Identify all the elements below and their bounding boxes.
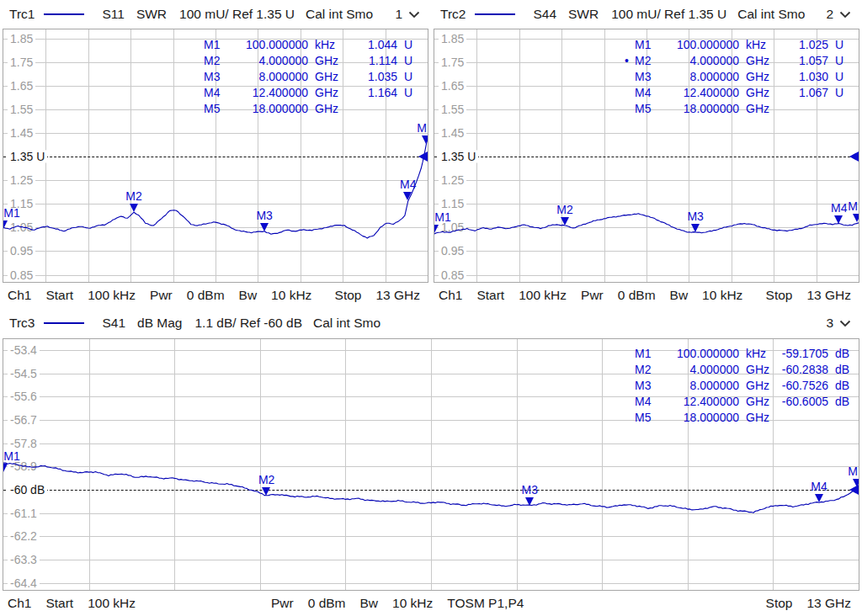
chevron-down-icon[interactable] [839,320,851,327]
footer-middle-group: Pwr0 dBmBw10 kHzTOSM P1,P4 [271,596,524,611]
marker-m4-label: M4 [400,178,416,191]
marker-table-cell: U [397,37,424,53]
marker-m1-triangle[interactable] [3,464,8,472]
marker-table-cell [625,378,635,394]
footer-token: Pwr [150,288,173,303]
marker-m1-triangle[interactable] [434,225,439,233]
marker-table-cell: U [828,69,855,85]
marker-m3-triangle[interactable] [260,223,269,231]
marker-table-cell: GHz [739,53,776,69]
marker-table-row: M518.000000GHz [625,410,855,426]
edge-marker-triangle[interactable] [853,214,860,222]
edge-marker-label: M [848,199,858,213]
marker-m1-triangle[interactable] [3,220,8,229]
marker-table-cell [776,410,828,426]
marker-table-cell [625,362,635,378]
marker-table-cell: M5 [635,410,660,426]
marker-m3-triangle[interactable] [525,497,534,506]
footer-token: 13 GHz [806,596,851,611]
marker-m2-triangle[interactable] [262,487,270,496]
marker-table-cell: U [828,37,855,53]
chevron-down-icon[interactable] [839,11,851,19]
marker-table-cell: -60.7526 [776,378,828,394]
marker-table-cell [345,101,397,117]
marker-table-cell: M4 [204,85,229,101]
marker-m4-triangle[interactable] [815,494,823,502]
marker-table-cell: GHz [739,85,776,101]
marker-table-cell [194,69,204,85]
marker-table-cell: dB [828,362,855,378]
marker-table-cell: 1.035 [345,69,397,85]
marker-table-cell [625,85,635,101]
marker-m1-label: M1 [3,449,19,463]
marker-table-row: M1100.000000kHz-59.1705dB [625,346,855,362]
trace-name: Trc3 [9,316,35,331]
marker-table-cell [194,101,204,117]
marker-table-row: M518.000000GHz [194,101,424,117]
footer-token: 100 kHz [88,596,136,611]
footer-token: 13 GHz [375,288,420,303]
marker-table-cell: U [397,53,424,69]
marker-table-cell: M3 [635,69,660,85]
trace-name: Trc1 [9,7,35,22]
marker-table-cell: GHz [739,394,776,410]
marker-table-cell [776,101,828,117]
trace3-header: Trc3 S41 dB Mag 1.1 dB/ Ref -60 dB Cal i… [0,308,862,338]
marker-m1-label: M1 [434,210,450,224]
marker-table-cell: GHz [308,53,345,69]
marker-table-cell: U [397,85,424,101]
footer-token: Start [476,288,504,303]
channel-number: 1 [395,7,402,22]
edge-marker-triangle[interactable] [422,135,429,144]
marker-table-cell [625,410,635,426]
trace-format: SWR [136,7,167,22]
footer-token: Stop [766,288,793,303]
marker-m4-triangle[interactable] [403,192,412,200]
marker-table-row: M24.000000GHz1.114U [194,53,424,69]
marker-m2-label: M2 [258,473,274,486]
marker-m2-triangle[interactable] [130,204,138,212]
marker-table-cell: GHz [739,410,776,426]
marker-table-row: M518.000000GHz [625,101,855,117]
marker-table-cell: U [397,69,424,85]
marker-table-cell: GHz [308,101,345,117]
cal-status: Cal int Smo [313,316,380,331]
footer-token: 100 kHz [519,288,567,303]
marker-table-cell: 4.000000 [660,53,739,69]
chevron-down-icon[interactable] [408,11,420,19]
channel-number: 2 [826,7,833,22]
s-parameter: S11 [102,7,124,22]
marker-table-row: M38.000000GHz-60.7526dB [625,378,855,394]
trace1-header: Trc1 S11 SWR 100 mU/ Ref 1.35 U Cal int … [0,0,431,29]
marker-table-cell: kHz [739,346,776,362]
marker-table-cell: 8.000000 [660,378,739,394]
marker-m4-triangle[interactable] [834,215,843,224]
marker-m3-triangle[interactable] [691,224,700,232]
trace2-header: Trc2 S44 SWR 100 mU/ Ref 1.35 U Cal int … [431,0,862,29]
marker-table: M1100.000000kHz1.025U•M24.000000GHz1.057… [625,37,855,117]
footer-token: Ch1 [8,288,31,303]
marker-table-cell: 4.000000 [660,362,739,378]
marker-table-cell: U [828,85,855,101]
marker-table: M1100.000000kHz1.044UM24.000000GHz1.114U… [194,37,424,117]
marker-table-cell: 1.164 [345,85,397,101]
channel1-settings-bar: Ch1Start100 kHzPwr0 dBmBw10 kHz Stop13 G… [431,283,862,308]
marker-table-cell: M5 [204,101,229,117]
channel1-settings-bar: Ch1Start100 kHzPwr0 dBmBw10 kHz Stop13 G… [0,283,431,308]
marker-table-cell: GHz [739,378,776,394]
marker-table-cell: -60.6005 [776,394,828,410]
trace-scale: 100 mU/ Ref 1.35 U [611,7,726,22]
marker-table-cell: 4.000000 [229,53,308,69]
footer-token: Pwr [271,596,294,611]
marker-table-row: M38.000000GHz1.030U [625,69,855,85]
marker-table-cell: GHz [739,101,776,117]
marker-table-cell [194,37,204,53]
footer-token: Stop [766,596,793,611]
marker-table: M1100.000000kHz-59.1705dBM24.000000GHz-6… [625,346,855,426]
marker-table-cell: 1.067 [776,85,828,101]
marker-table-cell [625,69,635,85]
marker-m2-triangle[interactable] [561,217,569,226]
trace1-pane: Trc1 S11 SWR 100 mU/ Ref 1.35 U Cal int … [0,0,431,308]
trace3-pane: Trc3 S41 dB Mag 1.1 dB/ Ref -60 dB Cal i… [0,308,862,616]
marker-table-cell: 100.000000 [660,346,739,362]
